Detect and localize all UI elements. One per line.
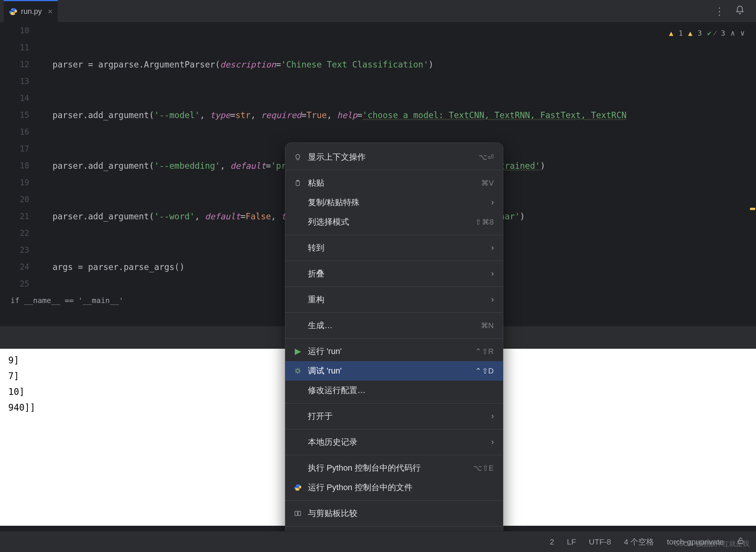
menu-column-selection[interactable]: 列选择模式 ⇧⌘8 bbox=[285, 212, 503, 232]
python-file-icon bbox=[9, 8, 17, 16]
debug-icon bbox=[293, 367, 303, 375]
menu-separator bbox=[285, 261, 503, 261]
menu-separator bbox=[285, 338, 503, 339]
chevron-right-icon: › bbox=[491, 437, 494, 447]
menu-execute-selection[interactable]: 执行 Python 控制台中的代码行 ⌥⇧E bbox=[285, 458, 503, 478]
menu-edit-run-config[interactable]: 修改运行配置… bbox=[285, 381, 503, 400]
menu-folding[interactable]: 折叠 › bbox=[285, 264, 503, 284]
diff-icon bbox=[293, 510, 303, 517]
chevron-right-icon: › bbox=[491, 269, 494, 279]
menu-goto[interactable]: 转到 › bbox=[285, 238, 503, 258]
lightbulb-icon bbox=[293, 153, 303, 161]
svg-point-0 bbox=[12, 9, 12, 9]
notifications-icon[interactable] bbox=[735, 5, 745, 17]
chevron-right-icon: › bbox=[491, 295, 494, 304]
tab-bar: run.py × ⋯ bbox=[0, 0, 756, 22]
line-number: 13 bbox=[0, 73, 45, 90]
menu-separator bbox=[285, 235, 503, 235]
chevron-right-icon: › bbox=[491, 198, 494, 207]
tab-run-py[interactable]: run.py × bbox=[4, 0, 58, 22]
line-number: 14 bbox=[0, 90, 45, 107]
line-number: 12 bbox=[0, 56, 45, 73]
menu-separator bbox=[285, 500, 503, 501]
svg-point-1 bbox=[14, 14, 15, 14]
menu-separator bbox=[285, 429, 503, 429]
menu-copy-paste-special[interactable]: 复制/粘贴特殊 › bbox=[285, 193, 503, 212]
line-number: 19 bbox=[0, 174, 45, 191]
python-icon bbox=[293, 484, 303, 491]
menu-show-context-actions[interactable]: 显示上下文操作 ⌥⏎ bbox=[285, 147, 503, 167]
status-indent[interactable]: 4 个空格 bbox=[624, 537, 654, 547]
menu-separator bbox=[285, 170, 503, 170]
tab-filename: run.py bbox=[21, 7, 42, 16]
run-icon: ▶ bbox=[293, 346, 303, 356]
line-number: 20 bbox=[0, 191, 45, 208]
status-bar: 2 LF UTF-8 4 个空格 torch-gpuprivate bbox=[0, 531, 756, 552]
watermark: CSDN @醋酸洋红就是我 bbox=[674, 539, 749, 548]
menu-run[interactable]: ▶ 运行 'run' ⌃⇧R bbox=[285, 342, 503, 361]
chevron-right-icon: › bbox=[491, 411, 494, 421]
line-number: 10 bbox=[0, 22, 45, 39]
status-encoding[interactable]: UTF-8 bbox=[589, 537, 611, 546]
chevron-right-icon: › bbox=[491, 243, 494, 253]
line-number: 21 bbox=[0, 208, 45, 225]
svg-point-4 bbox=[296, 369, 299, 372]
line-number: 16 bbox=[0, 124, 45, 141]
line-number: 24 bbox=[0, 259, 45, 276]
menu-separator bbox=[285, 526, 503, 526]
line-number: 15 bbox=[0, 107, 45, 124]
menu-paste[interactable]: 粘贴 ⌘V bbox=[285, 173, 503, 193]
menu-open-in[interactable]: 打开于 › bbox=[285, 406, 503, 426]
tab-close-icon[interactable]: × bbox=[48, 7, 53, 16]
status-caret-col[interactable]: 2 bbox=[550, 537, 554, 546]
menu-execute-file[interactable]: 运行 Python 控制台中的文件 bbox=[285, 478, 503, 497]
context-menu: 显示上下文操作 ⌥⏎ 粘贴 ⌘V 复制/粘贴特殊 › 列选择模式 ⇧⌘8 转到 … bbox=[285, 142, 503, 552]
menu-compare-clipboard[interactable]: 与剪贴板比较 bbox=[285, 504, 503, 523]
line-number: 18 bbox=[0, 158, 45, 174]
line-number: 11 bbox=[0, 39, 45, 56]
menu-separator bbox=[285, 455, 503, 455]
line-number: 22 bbox=[0, 225, 45, 242]
menu-separator bbox=[285, 312, 503, 313]
menu-local-history[interactable]: 本地历史记录 › bbox=[285, 432, 503, 452]
menu-refactor[interactable]: 重构 › bbox=[285, 290, 503, 309]
line-number: 25 bbox=[0, 276, 45, 292]
kebab-menu-icon[interactable]: ⋯ bbox=[714, 6, 726, 16]
gutter: 10 11 12 13 14 15 16 17 18 19 20 21 22 2… bbox=[0, 22, 45, 322]
menu-separator bbox=[285, 403, 503, 404]
clipboard-icon bbox=[293, 179, 303, 187]
svg-rect-5 bbox=[295, 511, 298, 516]
menu-generate[interactable]: 生成… ⌘N bbox=[285, 316, 503, 335]
line-number: 23 bbox=[0, 242, 45, 259]
status-line-sep[interactable]: LF bbox=[567, 537, 576, 546]
menu-separator bbox=[285, 286, 503, 287]
line-number: 17 bbox=[0, 141, 45, 158]
svg-rect-6 bbox=[298, 511, 301, 516]
menu-debug[interactable]: 调试 'run' ⌃⇧D bbox=[285, 361, 503, 381]
